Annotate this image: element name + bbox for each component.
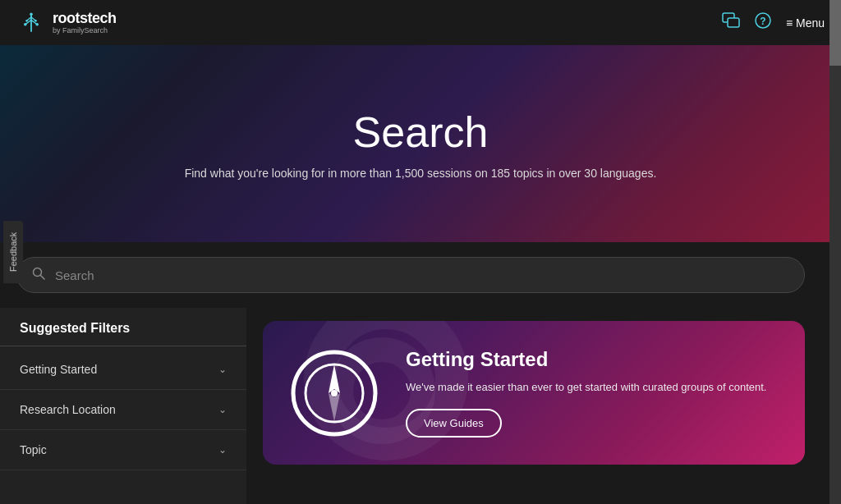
svg-marker-20	[329, 393, 340, 422]
filter-getting-started[interactable]: Getting Started ⌄	[0, 350, 246, 390]
header: rootstech by FamilySearch ? ≡ Menu	[0, 0, 841, 45]
svg-point-7	[24, 23, 27, 26]
compass-icon	[289, 348, 379, 438]
filter-topic-label: Topic	[20, 443, 47, 456]
logo-sub: by FamilySearch	[53, 26, 117, 34]
main-content: Suggested Filters Getting Started ⌄ Rese…	[0, 308, 841, 504]
scrollbar[interactable]	[830, 0, 841, 504]
search-container	[0, 242, 841, 308]
logo-text: rootstech by FamilySearch	[53, 11, 117, 35]
svg-rect-12	[728, 18, 739, 27]
getting-started-card: Getting Started We've made it easier tha…	[263, 321, 805, 465]
svg-point-10	[34, 19, 37, 21]
svg-point-6	[30, 12, 33, 16]
filter-research-location-label: Research Location	[20, 403, 116, 416]
logo-name: rootstech	[53, 11, 117, 27]
svg-line-16	[41, 276, 45, 280]
search-icon	[32, 267, 45, 283]
chevron-down-icon-0: ⌄	[218, 364, 227, 375]
logo-area: rootstech by FamilySearch	[16, 8, 117, 38]
feedback-label: Feedback	[8, 232, 18, 272]
sidebar-title: Suggested Filters	[0, 321, 246, 346]
scrollbar-thumb[interactable]	[830, 0, 841, 66]
menu-button[interactable]: ≡ Menu	[786, 16, 825, 30]
filter-getting-started-label: Getting Started	[20, 363, 97, 376]
card-text: Getting Started We've made it easier tha…	[406, 348, 779, 438]
chat-icon[interactable]	[722, 12, 740, 33]
hero-section: Search Find what you're looking for in m…	[0, 45, 841, 242]
svg-point-21	[331, 390, 338, 396]
feedback-tab[interactable]: Feedback	[3, 221, 23, 283]
card-description: We've made it easier than ever to get st…	[406, 379, 779, 396]
header-right: ? ≡ Menu	[722, 12, 825, 33]
svg-marker-19	[329, 364, 340, 393]
featured-area: Getting Started We've made it easier tha…	[246, 308, 841, 504]
filter-research-location[interactable]: Research Location ⌄	[0, 390, 246, 430]
filter-topic[interactable]: Topic ⌄	[0, 430, 246, 470]
chevron-down-icon-2: ⌄	[218, 444, 227, 456]
hero-subtitle: Find what you're looking for in more tha…	[185, 167, 657, 180]
svg-point-8	[35, 23, 39, 26]
sidebar: Suggested Filters Getting Started ⌄ Rese…	[0, 308, 246, 504]
card-title: Getting Started	[406, 348, 779, 371]
help-icon[interactable]: ?	[755, 12, 771, 33]
chevron-down-icon-1: ⌄	[218, 404, 227, 415]
view-guides-button[interactable]: View Guides	[406, 409, 502, 438]
hero-content: Search Find what you're looking for in m…	[185, 108, 657, 180]
search-bar[interactable]	[16, 257, 805, 293]
logo-icon	[16, 8, 46, 38]
search-input[interactable]	[55, 268, 789, 282]
svg-text:?: ?	[760, 16, 765, 27]
svg-point-9	[25, 19, 28, 21]
hero-title: Search	[185, 108, 657, 157]
